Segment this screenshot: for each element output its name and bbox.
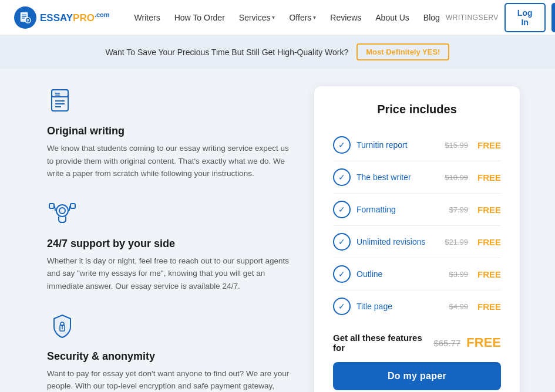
price-item-name: Outline [356, 269, 443, 279]
signup-button[interactable]: Sign Up [551, 3, 556, 32]
price-item-name: Unlimited revisions [356, 237, 439, 246]
price-total-row: Get all these features for $65.77 FREE [333, 333, 501, 353]
banner-cta-button[interactable]: Most Definitely YES! [356, 43, 449, 60]
feature-title-security: Security & anonymity [47, 350, 291, 363]
nav-link-reviews[interactable]: Reviews [324, 9, 367, 26]
check-circle-icon: ✓ [333, 201, 351, 218]
support-icon [47, 199, 291, 232]
price-row: ✓ Title page $4.99 FREE [333, 290, 501, 322]
svg-rect-15 [49, 204, 54, 208]
price-row: ✓ Unlimited revisions $21.99 FREE [333, 226, 501, 258]
feature-security: Security & anonymity Want to pay for ess… [47, 312, 291, 392]
price-item-original: $15.99 [445, 141, 468, 150]
price-row: ✓ Formatting $7.99 FREE [333, 194, 501, 226]
svg-rect-16 [70, 204, 75, 208]
price-total-label: Get all these features for [333, 333, 428, 353]
login-button[interactable]: Log In [504, 3, 546, 32]
check-circle-icon: ✓ [333, 136, 351, 154]
features-column: Original writing We know that students c… [47, 86, 291, 392]
feature-original-writing: Original writing We know that students c… [47, 86, 291, 180]
nav-right: WRITINGSERV Log In Sign Up [446, 3, 555, 32]
price-card: Price includes ✓ Turnitin report $15.99 … [314, 86, 520, 392]
price-item-free: FREE [477, 237, 501, 247]
price-total-original: $65.77 [433, 338, 460, 348]
logo-text: ESSAYPRO.com [40, 11, 110, 24]
check-circle-icon: ✓ [333, 168, 351, 186]
price-row: ✓ Turnitin report $15.99 FREE [333, 129, 501, 161]
svg-point-14 [59, 208, 65, 214]
nav-link-blog[interactable]: Blog [418, 9, 446, 26]
feature-title-original-writing: Original writing [47, 125, 291, 137]
price-item-original: $7.99 [449, 205, 468, 214]
nav-link-about-us[interactable]: About Us [369, 9, 415, 26]
writing-serv-label: WRITINGSERV [446, 13, 499, 22]
price-item-free: FREE [477, 269, 501, 279]
price-item-original: $10.99 [445, 173, 468, 182]
feature-desc-support: Whether it is day or night, feel free to… [47, 255, 291, 293]
navbar: P ESSAYPRO.com Writers How To Order Serv… [0, 0, 555, 35]
price-item-original: $4.99 [449, 302, 468, 311]
nav-link-services[interactable]: Services ▾ [233, 9, 281, 26]
price-item-name: Turnitin report [356, 140, 439, 150]
services-chevron-icon: ▾ [272, 14, 275, 21]
price-item-free: FREE [477, 302, 501, 312]
promo-banner: Want To Save Your Precious Time But Stil… [0, 35, 555, 69]
price-rows: ✓ Turnitin report $15.99 FREE ✓ The best… [333, 129, 501, 322]
logo-icon: P [14, 6, 36, 29]
price-card-title: Price includes [333, 103, 501, 116]
feature-desc-security: Want to pay for essay yet don't want any… [47, 367, 291, 392]
check-circle-icon: ✓ [333, 265, 351, 283]
svg-text:P: P [26, 19, 29, 23]
check-circle-icon: ✓ [333, 233, 351, 251]
main-content: Original writing We know that students c… [0, 69, 555, 392]
nav-link-offers[interactable]: Offers ▾ [283, 9, 322, 26]
document-icon [47, 86, 291, 119]
offers-chevron-icon: ▾ [313, 14, 316, 21]
price-item-name: The best writer [356, 173, 439, 182]
nav-link-writers[interactable]: Writers [129, 9, 166, 26]
price-total-free: FREE [466, 335, 501, 350]
price-item-free: FREE [477, 140, 501, 150]
do-paper-button[interactable]: Do my paper [333, 362, 501, 390]
price-item-original: $3.99 [449, 270, 468, 279]
nav-link-how-to-order[interactable]: How To Order [169, 9, 231, 26]
shield-icon [47, 312, 291, 344]
price-item-original: $21.99 [445, 238, 468, 246]
logo[interactable]: P ESSAYPRO.com [14, 6, 110, 29]
feature-title-support: 24/7 support by your side [47, 238, 291, 250]
feature-desc-original-writing: We know that students coming to our essa… [47, 142, 291, 180]
nav-links: Writers How To Order Services ▾ Offers ▾… [129, 9, 446, 26]
banner-text: Want To Save Your Precious Time But Stil… [106, 48, 349, 57]
price-item-free: FREE [477, 173, 501, 183]
feature-support: 24/7 support by your side Whether it is … [47, 199, 291, 293]
check-circle-icon: ✓ [333, 298, 351, 315]
price-row: ✓ The best writer $10.99 FREE [333, 161, 501, 194]
price-item-free: FREE [477, 205, 501, 215]
price-item-name: Title page [356, 302, 443, 311]
price-row: ✓ Outline $3.99 FREE [333, 258, 501, 290]
price-item-name: Formatting [356, 205, 443, 214]
